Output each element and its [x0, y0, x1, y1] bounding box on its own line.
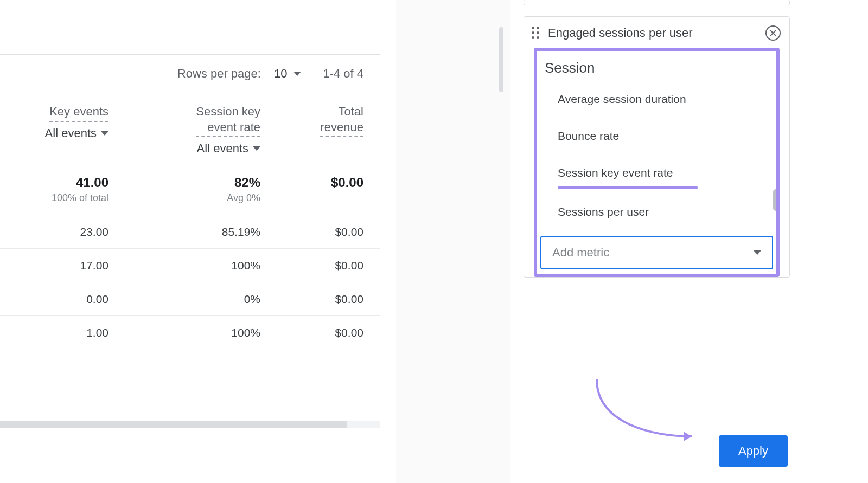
col-key-events-label: Key events — [49, 104, 108, 122]
report-table-pane: Rows per page: 10 1-4 of 4 Key events Al… — [0, 0, 396, 434]
table-row: 0.00 0% $0.00 — [0, 282, 380, 315]
rows-per-page-label: Rows per page: — [177, 67, 261, 81]
summary-key-events-sub: 100% of total — [0, 192, 108, 204]
chevron-down-icon — [101, 131, 108, 136]
cell-session-rate: 100% — [108, 259, 260, 272]
cell-revenue: $0.00 — [260, 326, 363, 339]
col-session-rate-filter[interactable]: All events — [108, 141, 260, 156]
metric-option[interactable]: Sessions per user — [537, 194, 772, 230]
table-row: 23.00 85.19% $0.00 — [0, 215, 380, 248]
rows-per-page-value: 10 — [274, 67, 287, 81]
summary-session-rate-sub: Avg 0% — [108, 192, 260, 204]
col-session-rate-filter-value: All events — [197, 141, 248, 156]
highlight-underline — [558, 186, 698, 189]
chevron-down-icon — [253, 146, 260, 151]
cell-key-events: 0.00 — [0, 293, 108, 306]
cell-session-rate: 0% — [108, 293, 260, 306]
add-metric-dropdown[interactable]: Add metric — [540, 236, 773, 269]
pager-row: Rows per page: 10 1-4 of 4 — [0, 54, 380, 93]
table-headers: Key events All events Session key event … — [0, 93, 380, 166]
cell-session-rate: 100% — [108, 326, 260, 339]
add-metric-label: Add metric — [552, 246, 609, 260]
cell-key-events: 23.00 — [0, 226, 108, 239]
metric-option[interactable]: Bounce rate — [537, 118, 772, 154]
previous-card-bottom — [524, 0, 790, 5]
apply-button[interactable]: Apply — [719, 435, 788, 467]
pager-range: 1-4 of 4 — [323, 67, 363, 81]
cell-revenue: $0.00 — [260, 293, 363, 306]
metric-group-title: Session — [537, 51, 776, 81]
metric-option-list: Average session duration Bounce rate Ses… — [537, 81, 776, 230]
drag-handle-icon[interactable] — [532, 27, 542, 40]
col-revenue-label: Total revenue — [320, 104, 363, 137]
customize-panel: Engaged sessions per user Session Averag… — [510, 0, 803, 483]
summary-key-events-value: 41.00 — [0, 175, 108, 190]
col-key-events-filter-value: All events — [45, 126, 97, 140]
vertical-scrollbar[interactable] — [773, 189, 778, 211]
txt: Total — [339, 105, 363, 118]
horizontal-scrollbar[interactable] — [0, 421, 380, 428]
cell-key-events: 17.00 — [0, 259, 108, 272]
table-row: 1.00 100% $0.00 — [0, 315, 380, 349]
rows-per-page-select[interactable]: 10 — [274, 67, 301, 81]
col-session-rate-label: Session key event rate — [196, 104, 260, 137]
summary-session-rate-value: 82% — [108, 175, 260, 190]
table-summary-row: 41.00 100% of total 82% Avg 0% $0.00 — [0, 166, 380, 215]
txt: Session key — [196, 105, 260, 118]
chevron-down-icon — [293, 72, 301, 76]
metric-card-title: Engaged sessions per user — [548, 25, 760, 41]
panel-footer: Apply — [510, 418, 803, 483]
metric-card: Engaged sessions per user Session Averag… — [524, 16, 790, 278]
col-key-events-filter[interactable]: All events — [0, 126, 108, 140]
metric-option[interactable]: Average session duration — [537, 81, 772, 118]
txt: event rate — [207, 120, 260, 134]
txt: revenue — [320, 120, 363, 134]
table-row: 17.00 100% $0.00 — [0, 248, 380, 282]
cell-revenue: $0.00 — [260, 226, 363, 239]
pane-gutter — [396, 0, 510, 483]
cell-session-rate: 85.19% — [108, 226, 260, 239]
summary-revenue-value: $0.00 — [260, 175, 363, 190]
chevron-down-icon — [754, 250, 761, 255]
remove-metric-button[interactable] — [765, 25, 781, 41]
metric-picker-highlight: Session Average session duration Bounce … — [534, 48, 780, 277]
cell-revenue: $0.00 — [260, 259, 363, 272]
cell-key-events: 1.00 — [0, 326, 108, 339]
